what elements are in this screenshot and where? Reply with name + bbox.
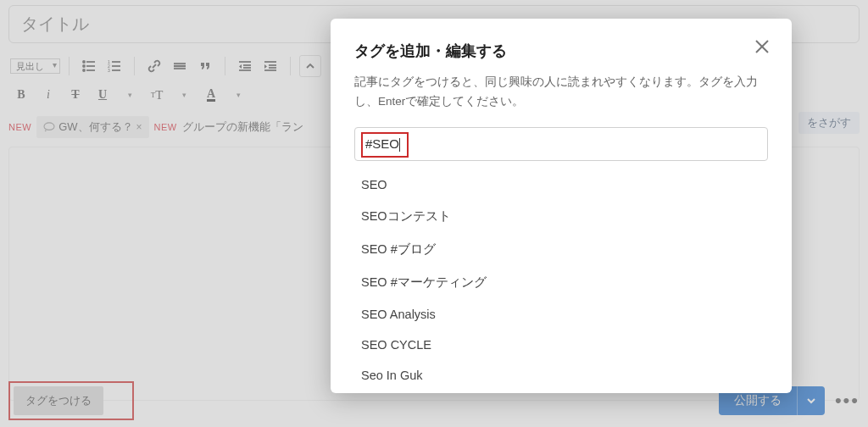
tag-suggestion-item[interactable]: SEO Analysis <box>354 299 768 330</box>
tag-suggestion-item[interactable]: SEO <box>354 169 768 200</box>
tag-suggestion-item[interactable]: SEO #ブログ <box>354 233 768 266</box>
tag-suggestion-list[interactable]: SEO SEOコンテスト SEO #ブログ SEO #マーケティング SEO A… <box>354 169 768 381</box>
modal-title: タグを追加・編集する <box>354 41 768 61</box>
close-button[interactable] <box>753 37 773 58</box>
tag-suggestion-item[interactable]: Seo In Guk <box>354 360 768 381</box>
tag-edit-modal: タグを追加・編集する 記事にタグをつけると、同じ興味の人に読まれやすくなります。… <box>331 19 792 393</box>
close-icon <box>753 37 771 56</box>
tag-suggestion-item[interactable]: SEO CYCLE <box>354 330 768 360</box>
text-caret <box>399 138 400 152</box>
tag-suggestion-item[interactable]: SEOコンテスト <box>354 200 768 233</box>
modal-description: 記事にタグをつけると、同じ興味の人に読まれやすくなります。タグを入力し、Ente… <box>354 73 768 112</box>
tag-input-row[interactable]: #SEO <box>354 127 768 161</box>
tag-suggestion-item[interactable]: SEO #マーケティング <box>354 266 768 299</box>
tag-input[interactable]: #SEO <box>365 136 399 151</box>
